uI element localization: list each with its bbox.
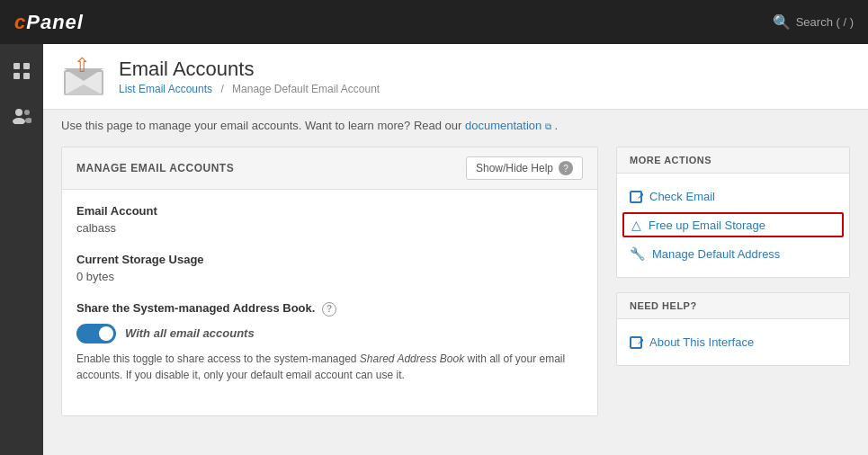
more-actions-section: MORE ACTIONS ↗ Check Email △ Free up Ema…: [616, 147, 850, 278]
need-help-section: NEED HELP? ↗ About This Interface: [616, 292, 850, 366]
address-book-help-icon[interactable]: ?: [322, 302, 336, 317]
breadcrumb-list-email[interactable]: List Email Accounts: [119, 83, 212, 95]
panel-title: MANAGE EMAIL ACCOUNTS: [76, 162, 234, 174]
svg-point-4: [15, 109, 22, 116]
more-actions-header: MORE ACTIONS: [617, 147, 849, 174]
need-help-body: ↗ About This Interface: [617, 319, 849, 365]
svg-rect-3: [23, 73, 30, 79]
logo-panel: Panel: [26, 11, 84, 33]
share-toggle[interactable]: [76, 324, 116, 343]
cpanel-logo: cPanel: [14, 11, 84, 34]
email-account-value: calbass: [76, 221, 583, 235]
check-email-link[interactable]: ↗ Check Email: [630, 184, 837, 209]
right-sidebar: MORE ACTIONS ↗ Check Email △ Free up Ema…: [616, 147, 850, 416]
upload-arrow-icon: ⇧: [74, 56, 90, 76]
free-up-storage-link[interactable]: △ Free up Email Storage: [631, 218, 835, 232]
storage-usage-field: Current Storage Usage 0 bytes: [76, 253, 583, 283]
about-interface-link[interactable]: ↗ About This Interface: [630, 330, 837, 354]
documentation-link-text: documentation: [465, 119, 541, 132]
svg-rect-1: [23, 63, 30, 69]
svg-point-5: [13, 118, 25, 124]
svg-rect-2: [13, 73, 20, 79]
external-link-icon: ⧉: [545, 121, 551, 131]
share-toggle-row: With all email accounts: [76, 324, 583, 343]
storage-value: 0 bytes: [76, 270, 583, 283]
email-account-field: Email Account calbass: [76, 204, 583, 235]
free-up-label: Free up Email Storage: [649, 219, 765, 232]
panel-header: MANAGE EMAIL ACCOUNTS Show/Hide Help ?: [62, 147, 597, 190]
manage-panel: MANAGE EMAIL ACCOUNTS Show/Hide Help ? E…: [61, 147, 598, 416]
search-icon: 🔍: [773, 13, 791, 31]
about-interface-label: About This Interface: [649, 335, 754, 349]
page-header-text: Email Accounts List Email Accounts / Man…: [119, 58, 380, 95]
search-area[interactable]: 🔍 Search ( / ): [773, 13, 854, 31]
info-message: Use this page to manage your email accou…: [43, 110, 868, 132]
panel-body: Email Account calbass Current Storage Us…: [62, 190, 597, 415]
content-area: MANAGE EMAIL ACCOUNTS Show/Hide Help ? E…: [43, 132, 868, 431]
more-actions-body: ↗ Check Email △ Free up Email Storage 🔧: [617, 174, 849, 277]
grid-icon[interactable]: [4, 53, 40, 89]
need-help-header: NEED HELP?: [617, 293, 849, 319]
breadcrumb-manage-default: Manage Default Email Account: [232, 83, 380, 95]
show-hide-help-button[interactable]: Show/Hide Help ?: [466, 156, 583, 180]
wrench-icon: 🔧: [630, 246, 645, 261]
sidebar: [0, 44, 43, 455]
page-header: ⇧ Email Accounts List Email Accounts / M…: [43, 44, 868, 110]
main-content: ⇧ Email Accounts List Email Accounts / M…: [43, 44, 868, 455]
address-book-label-text: Share the System-managed Address Book.: [76, 301, 315, 315]
header: cPanel 🔍 Search ( / ): [0, 0, 868, 44]
toggle-label: With all email accounts: [125, 326, 255, 340]
search-label[interactable]: Search ( / ): [796, 15, 854, 29]
app-layout: ⇧ Email Accounts List Email Accounts / M…: [0, 44, 868, 455]
check-email-label: Check Email: [649, 190, 715, 203]
page-title: Email Accounts: [119, 58, 380, 81]
svg-rect-0: [13, 63, 20, 69]
show-hide-btn-label: Show/Hide Help: [476, 162, 553, 174]
share-desc-1: Enable this toggle to share access to th…: [76, 352, 360, 365]
page-icon: ⇧: [61, 55, 104, 98]
users-icon[interactable]: [4, 98, 40, 134]
breadcrumb-separator: /: [220, 83, 227, 95]
free-up-icon: △: [631, 218, 641, 232]
share-description: Enable this toggle to share access to th…: [76, 351, 583, 383]
svg-point-7: [25, 118, 31, 123]
manage-default-label: Manage Default Address: [652, 247, 780, 261]
share-desc-italic: Shared Address Book: [360, 352, 464, 365]
email-account-label: Email Account: [76, 204, 583, 218]
storage-label: Current Storage Usage: [76, 253, 583, 266]
info-text: Use this page to manage your email accou…: [61, 119, 461, 132]
svg-point-6: [24, 110, 30, 115]
logo-c: c: [14, 11, 26, 33]
free-up-storage-highlight: △ Free up Email Storage: [622, 212, 844, 237]
manage-default-address-link[interactable]: 🔧 Manage Default Address: [630, 241, 837, 266]
address-book-label: Share the System-managed Address Book. ?: [76, 301, 583, 317]
breadcrumb: List Email Accounts / Manage Default Ema…: [119, 83, 380, 95]
documentation-link[interactable]: documentation ⧉: [465, 119, 555, 132]
about-icon: ↗: [630, 336, 642, 349]
info-suffix: .: [555, 119, 559, 132]
check-email-icon: ↗: [630, 191, 642, 203]
address-book-field: Share the System-managed Address Book. ?…: [76, 301, 583, 383]
help-circle-icon: ?: [559, 161, 573, 175]
